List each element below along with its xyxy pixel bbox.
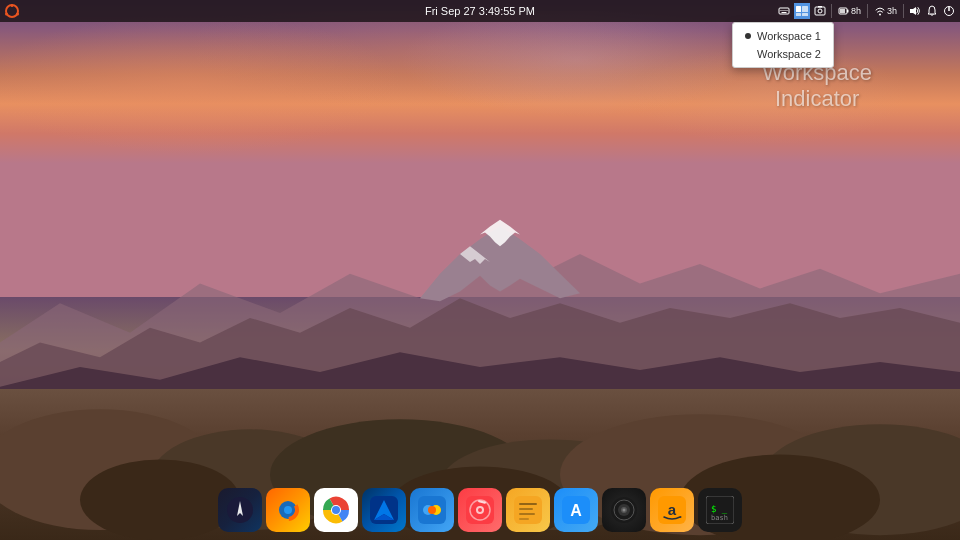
notes-icon	[510, 492, 546, 528]
ubuntu-logo[interactable]	[4, 3, 20, 19]
svg-point-16	[11, 4, 14, 7]
files-icon	[414, 492, 450, 528]
workspace-label-1: Workspace 1	[757, 30, 821, 42]
svg-rect-21	[782, 10, 783, 11]
svg-point-18	[16, 13, 19, 16]
desktop: Fri Sep 27 3:49:55 PM	[0, 0, 960, 540]
svg-text:bash: bash	[711, 514, 728, 522]
svg-rect-53	[519, 503, 537, 505]
svg-text:$ _: $ _	[711, 504, 728, 514]
dock-icon-firefox[interactable]	[266, 488, 310, 532]
workspace-cell-4	[802, 13, 808, 17]
keyboard-icon[interactable]	[777, 4, 791, 18]
wifi-text: 3h	[887, 6, 897, 16]
svg-text:A: A	[570, 502, 582, 519]
svg-point-17	[5, 13, 8, 16]
svg-rect-56	[519, 518, 529, 520]
appstore-icon: A	[558, 492, 594, 528]
panel-left	[0, 3, 22, 19]
firefox-icon	[270, 492, 306, 528]
sep3	[903, 4, 904, 18]
panel-right: 8h 3h	[777, 3, 960, 19]
svg-rect-27	[818, 6, 822, 8]
svg-marker-32	[910, 7, 916, 15]
svg-text:a: a	[668, 501, 677, 518]
battery-text: 8h	[851, 6, 861, 16]
dock-icon-files[interactable]	[410, 488, 454, 532]
datetime-label: Fri Sep 27 3:49:55 PM	[425, 5, 535, 17]
workspace-cell-3	[796, 13, 802, 17]
svg-rect-23	[786, 10, 787, 11]
panel-center: Fri Sep 27 3:49:55 PM	[425, 5, 535, 17]
workspace-label-2: Workspace 2	[757, 48, 821, 60]
dock-icon-itunes[interactable]	[458, 488, 502, 532]
dock-icon-launchpad[interactable]	[218, 488, 262, 532]
power-icon[interactable]	[942, 4, 956, 18]
svg-rect-24	[781, 12, 786, 13]
battery-indicator[interactable]: 8h	[836, 5, 863, 17]
svg-rect-55	[519, 513, 535, 515]
svg-rect-22	[784, 10, 785, 11]
svg-rect-25	[815, 7, 825, 15]
svg-point-50	[478, 508, 482, 512]
svg-point-26	[818, 9, 822, 13]
launchpad-icon	[222, 492, 258, 528]
wifi-indicator[interactable]: 3h	[872, 5, 899, 17]
budgie-icon	[606, 492, 642, 528]
dock-icon-falkon[interactable]	[362, 488, 406, 532]
workspace-cell-2	[802, 6, 808, 12]
svg-rect-29	[847, 10, 849, 13]
chrome-icon	[318, 492, 354, 528]
screenshot-icon[interactable]	[813, 4, 827, 18]
svg-point-63	[623, 509, 626, 512]
workspace-dot-2	[745, 51, 751, 57]
terminal-icon: $ _ bash	[702, 492, 738, 528]
svg-point-39	[284, 506, 292, 514]
dock-icon-chrome[interactable]	[314, 488, 358, 532]
workspace-item-2[interactable]: Workspace 2	[733, 45, 833, 63]
itunes-icon	[462, 492, 498, 528]
volume-icon[interactable]	[908, 4, 922, 18]
dock-icon-terminal[interactable]: $ _ bash	[698, 488, 742, 532]
svg-point-42	[332, 506, 340, 514]
workspace-item-1[interactable]: Workspace 1	[733, 27, 833, 45]
dock-icon-notes[interactable]	[506, 488, 550, 532]
workspace-cell-1	[796, 6, 802, 12]
svg-rect-30	[840, 9, 845, 13]
svg-rect-20	[780, 10, 781, 11]
svg-rect-54	[519, 508, 533, 510]
workspace-switcher-button[interactable]	[794, 3, 810, 19]
sep1	[831, 4, 832, 18]
top-panel: Fri Sep 27 3:49:55 PM	[0, 0, 960, 22]
falkon-icon	[366, 492, 402, 528]
amazon-icon: a	[654, 492, 690, 528]
dock: A a	[210, 484, 750, 536]
workspace-dot-1	[745, 33, 751, 39]
workspace-popup: Workspace 1 Workspace 2	[732, 22, 834, 68]
dock-icon-amazon[interactable]: a	[650, 488, 694, 532]
notifications-icon[interactable]	[925, 4, 939, 18]
dock-icon-budgie[interactable]	[602, 488, 646, 532]
sep2	[867, 4, 868, 18]
dock-icon-appstore[interactable]: A	[554, 488, 598, 532]
svg-point-31	[879, 14, 881, 16]
